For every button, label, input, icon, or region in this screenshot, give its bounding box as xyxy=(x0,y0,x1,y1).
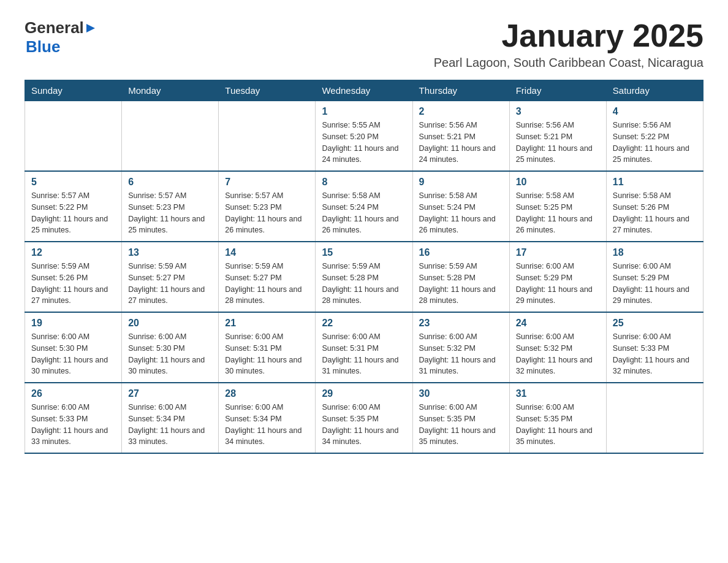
day-number: 31 xyxy=(516,388,600,399)
svg-marker-0 xyxy=(86,24,95,33)
day-info: Sunrise: 5:56 AMSunset: 5:21 PMDaylight:… xyxy=(516,120,600,166)
calendar-cell: 21Sunrise: 6:00 AMSunset: 5:31 PMDayligh… xyxy=(219,312,316,383)
calendar-cell: 13Sunrise: 5:59 AMSunset: 5:27 PMDayligh… xyxy=(122,242,219,312)
day-info: Sunrise: 5:58 AMSunset: 5:24 PMDaylight:… xyxy=(322,190,406,236)
day-number: 30 xyxy=(419,388,503,399)
day-info: Sunrise: 6:00 AMSunset: 5:35 PMDaylight:… xyxy=(516,402,600,448)
calendar-cell: 3Sunrise: 5:56 AMSunset: 5:21 PMDaylight… xyxy=(509,101,606,172)
day-info: Sunrise: 6:00 AMSunset: 5:32 PMDaylight:… xyxy=(419,331,503,377)
calendar-cell xyxy=(606,383,703,453)
calendar-cell: 2Sunrise: 5:56 AMSunset: 5:21 PMDaylight… xyxy=(412,101,509,172)
day-info: Sunrise: 5:59 AMSunset: 5:27 PMDaylight:… xyxy=(128,261,212,307)
day-info: Sunrise: 6:00 AMSunset: 5:35 PMDaylight:… xyxy=(322,402,406,448)
day-info: Sunrise: 5:59 AMSunset: 5:28 PMDaylight:… xyxy=(322,261,406,307)
day-info: Sunrise: 5:57 AMSunset: 5:23 PMDaylight:… xyxy=(128,190,212,236)
calendar-cell: 20Sunrise: 6:00 AMSunset: 5:30 PMDayligh… xyxy=(122,312,219,383)
day-number: 18 xyxy=(613,247,697,258)
calendar-cell: 25Sunrise: 6:00 AMSunset: 5:33 PMDayligh… xyxy=(606,312,703,383)
calendar-cell: 19Sunrise: 6:00 AMSunset: 5:30 PMDayligh… xyxy=(25,312,122,383)
day-number: 10 xyxy=(516,177,600,188)
weekday-header-tuesday: Tuesday xyxy=(219,80,316,101)
day-info: Sunrise: 5:57 AMSunset: 5:22 PMDaylight:… xyxy=(31,190,115,236)
day-number: 27 xyxy=(128,388,212,399)
calendar-cell: 17Sunrise: 6:00 AMSunset: 5:29 PMDayligh… xyxy=(509,242,606,312)
calendar-week-1: 1Sunrise: 5:55 AMSunset: 5:20 PMDaylight… xyxy=(25,101,703,172)
calendar-cell: 29Sunrise: 6:00 AMSunset: 5:35 PMDayligh… xyxy=(316,383,412,453)
day-number: 25 xyxy=(613,318,697,329)
calendar-cell: 5Sunrise: 5:57 AMSunset: 5:22 PMDaylight… xyxy=(25,171,122,242)
calendar-cell xyxy=(25,101,122,172)
calendar-cell: 30Sunrise: 6:00 AMSunset: 5:35 PMDayligh… xyxy=(412,383,509,453)
calendar-cell: 6Sunrise: 5:57 AMSunset: 5:23 PMDaylight… xyxy=(122,171,219,242)
calendar-cell: 15Sunrise: 5:59 AMSunset: 5:28 PMDayligh… xyxy=(316,242,412,312)
day-info: Sunrise: 5:57 AMSunset: 5:23 PMDaylight:… xyxy=(225,190,309,236)
calendar-cell: 16Sunrise: 5:59 AMSunset: 5:28 PMDayligh… xyxy=(412,242,509,312)
day-info: Sunrise: 6:00 AMSunset: 5:35 PMDaylight:… xyxy=(419,402,503,448)
calendar-cell: 18Sunrise: 6:00 AMSunset: 5:29 PMDayligh… xyxy=(606,242,703,312)
day-number: 28 xyxy=(225,388,309,399)
day-number: 21 xyxy=(225,318,309,329)
weekday-header-saturday: Saturday xyxy=(606,80,703,101)
page-header: General Blue January 2025 Pearl Lagoon, … xyxy=(25,18,703,70)
day-number: 13 xyxy=(128,247,212,258)
day-number: 23 xyxy=(419,318,503,329)
weekday-header-sunday: Sunday xyxy=(25,80,122,101)
day-number: 4 xyxy=(613,106,697,117)
day-info: Sunrise: 5:58 AMSunset: 5:26 PMDaylight:… xyxy=(613,190,697,236)
day-info: Sunrise: 6:00 AMSunset: 5:30 PMDaylight:… xyxy=(31,331,115,377)
title-block: January 2025 Pearl Lagoon, South Caribbe… xyxy=(434,18,703,70)
day-number: 22 xyxy=(322,318,406,329)
day-info: Sunrise: 6:00 AMSunset: 5:33 PMDaylight:… xyxy=(31,402,115,448)
day-info: Sunrise: 5:59 AMSunset: 5:26 PMDaylight:… xyxy=(31,261,115,307)
day-number: 3 xyxy=(516,106,600,117)
day-number: 29 xyxy=(322,388,406,399)
weekday-header-monday: Monday xyxy=(122,80,219,101)
calendar-header: SundayMondayTuesdayWednesdayThursdayFrid… xyxy=(25,80,703,101)
day-info: Sunrise: 5:59 AMSunset: 5:27 PMDaylight:… xyxy=(225,261,309,307)
calendar-cell: 1Sunrise: 5:55 AMSunset: 5:20 PMDaylight… xyxy=(316,101,412,172)
day-info: Sunrise: 6:00 AMSunset: 5:29 PMDaylight:… xyxy=(613,261,697,307)
day-number: 1 xyxy=(322,106,406,117)
calendar-cell: 23Sunrise: 6:00 AMSunset: 5:32 PMDayligh… xyxy=(412,312,509,383)
calendar-cell: 22Sunrise: 6:00 AMSunset: 5:31 PMDayligh… xyxy=(316,312,412,383)
day-number: 26 xyxy=(31,388,115,399)
calendar-body: 1Sunrise: 5:55 AMSunset: 5:20 PMDaylight… xyxy=(25,101,703,454)
calendar-cell: 10Sunrise: 5:58 AMSunset: 5:25 PMDayligh… xyxy=(509,171,606,242)
weekday-header-friday: Friday xyxy=(509,80,606,101)
calendar-subtitle: Pearl Lagoon, South Caribbean Coast, Nic… xyxy=(434,56,703,70)
day-number: 6 xyxy=(128,177,212,188)
calendar-cell: 27Sunrise: 6:00 AMSunset: 5:34 PMDayligh… xyxy=(122,383,219,453)
day-number: 5 xyxy=(31,177,115,188)
calendar-cell: 11Sunrise: 5:58 AMSunset: 5:26 PMDayligh… xyxy=(606,171,703,242)
calendar-cell: 7Sunrise: 5:57 AMSunset: 5:23 PMDaylight… xyxy=(219,171,316,242)
day-number: 8 xyxy=(322,177,406,188)
day-number: 17 xyxy=(516,247,600,258)
calendar-cell: 31Sunrise: 6:00 AMSunset: 5:35 PMDayligh… xyxy=(509,383,606,453)
day-number: 16 xyxy=(419,247,503,258)
calendar-cell: 28Sunrise: 6:00 AMSunset: 5:34 PMDayligh… xyxy=(219,383,316,453)
calendar-week-2: 5Sunrise: 5:57 AMSunset: 5:22 PMDaylight… xyxy=(25,171,703,242)
day-info: Sunrise: 5:55 AMSunset: 5:20 PMDaylight:… xyxy=(322,120,406,166)
logo-blue: Blue xyxy=(26,37,60,56)
calendar-cell: 14Sunrise: 5:59 AMSunset: 5:27 PMDayligh… xyxy=(219,242,316,312)
day-info: Sunrise: 5:59 AMSunset: 5:28 PMDaylight:… xyxy=(419,261,503,307)
day-info: Sunrise: 6:00 AMSunset: 5:34 PMDaylight:… xyxy=(225,402,309,448)
day-info: Sunrise: 6:00 AMSunset: 5:30 PMDaylight:… xyxy=(128,331,212,377)
logo-flag-icon xyxy=(85,23,96,34)
day-info: Sunrise: 6:00 AMSunset: 5:29 PMDaylight:… xyxy=(516,261,600,307)
calendar-title: January 2025 xyxy=(434,18,703,53)
day-number: 2 xyxy=(419,106,503,117)
day-info: Sunrise: 5:56 AMSunset: 5:21 PMDaylight:… xyxy=(419,120,503,166)
day-number: 24 xyxy=(516,318,600,329)
calendar-week-5: 26Sunrise: 6:00 AMSunset: 5:33 PMDayligh… xyxy=(25,383,703,453)
day-info: Sunrise: 5:58 AMSunset: 5:25 PMDaylight:… xyxy=(516,190,600,236)
weekday-header-thursday: Thursday xyxy=(412,80,509,101)
calendar-table: SundayMondayTuesdayWednesdayThursdayFrid… xyxy=(25,80,703,454)
calendar-cell: 9Sunrise: 5:58 AMSunset: 5:24 PMDaylight… xyxy=(412,171,509,242)
calendar-week-4: 19Sunrise: 6:00 AMSunset: 5:30 PMDayligh… xyxy=(25,312,703,383)
calendar-cell: 24Sunrise: 6:00 AMSunset: 5:32 PMDayligh… xyxy=(509,312,606,383)
day-info: Sunrise: 6:00 AMSunset: 5:31 PMDaylight:… xyxy=(322,331,406,377)
day-number: 11 xyxy=(613,177,697,188)
day-number: 19 xyxy=(31,318,115,329)
day-number: 14 xyxy=(225,247,309,258)
